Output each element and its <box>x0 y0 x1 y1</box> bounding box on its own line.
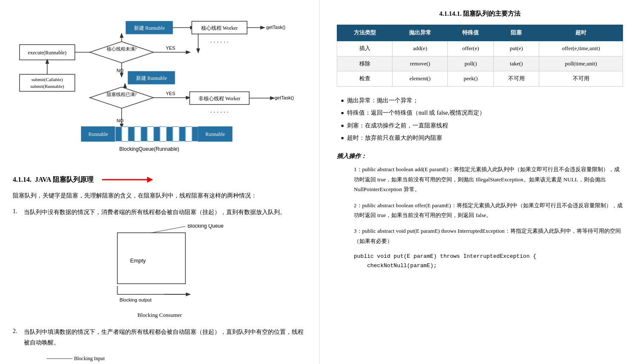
svg-text:非核心线程 Worker: 非核心线程 Worker <box>198 96 240 102</box>
code-line-2: checkNotNull(paramE); <box>354 261 623 271</box>
svg-rect-45 <box>154 127 160 141</box>
section-heading: 4.1.14. JAVA 阻塞队列原理 <box>13 174 307 185</box>
left-panel: execute(Runnable) 核心线程未满? submit(Callabl… <box>0 0 320 364</box>
svg-text:submit(Callable): submit(Callable) <box>31 77 63 82</box>
svg-rect-39 <box>115 127 122 141</box>
item-1-num: 1. <box>13 207 21 216</box>
insert-section-label: 插入操作： <box>337 152 623 161</box>
row-check-timeout: 不可用 <box>539 71 623 87</box>
item-2-content: 当队列中填满数据的情况下，生产者端的所有线程都会被自动阻塞（挂起），直到队列中有… <box>24 327 307 348</box>
svg-text:新建 Runnable: 新建 Runnable <box>134 25 165 31</box>
table-header-row: 方法类型 抛出异常 特殊值 阻塞 超时 <box>337 25 623 41</box>
svg-text:YES: YES <box>165 45 175 51</box>
insert-item-1: 1：public abstract boolean add(E paramE)：… <box>337 164 623 194</box>
row-remove-throw: remove() <box>393 56 448 71</box>
row-insert-type: 插入 <box>337 41 393 56</box>
svg-text:BlockingQueue(Runnable): BlockingQueue(Runnable) <box>119 146 179 152</box>
svg-text:YES: YES <box>165 91 175 96</box>
svg-rect-47 <box>166 127 173 141</box>
insert-item-1-text: 1：public abstract boolean add(E paramE)：… <box>354 164 623 194</box>
row-insert-special: offer(e) <box>448 41 494 56</box>
item-1-content: 当队列中没有数据的情况下，消费者端的所有线程都会被自动阻塞（挂起），直到有数据放… <box>24 207 307 217</box>
row-remove-block: take() <box>494 56 539 71</box>
row-remove-timeout: poll(time,unit) <box>539 56 623 71</box>
svg-text:NO: NO <box>117 68 124 73</box>
row-check-type: 检查 <box>337 71 393 87</box>
insert-item-2-desc: public abstract boolean offer(E paramE)：… <box>354 202 623 218</box>
svg-text:NO: NO <box>117 118 124 123</box>
svg-rect-50 <box>185 127 192 141</box>
header-throw-exception: 抛出异常 <box>393 25 448 41</box>
insert-item-2-num: 2： <box>354 202 362 209</box>
row-check-throw: element() <box>393 71 448 87</box>
blocking-consumer-diagram: Blocking Queue Empty Blocking output Blo… <box>92 224 228 320</box>
svg-text:核心线程未满?: 核心线程未满? <box>106 46 137 51</box>
section-title: JAVA 阻塞队列原理 <box>35 174 94 185</box>
svg-text:Empty: Empty <box>130 257 146 264</box>
blocking-consumer-label: Blocking Consumer <box>92 311 228 320</box>
svg-text:Runnable: Runnable <box>205 131 225 137</box>
table-row-check: 检查 element() peek() 不可用 不可用 <box>337 71 623 87</box>
svg-marker-23 <box>90 87 154 108</box>
svg-rect-46 <box>160 127 166 141</box>
svg-rect-51 <box>192 127 198 141</box>
svg-rect-44 <box>147 127 154 141</box>
insert-item-3-desc: public abstract void put(E paramE) throw… <box>354 228 621 244</box>
row-insert-timeout: offer(e,time,unit) <box>539 41 623 56</box>
svg-text:Blocking Queue: Blocking Queue <box>188 224 224 229</box>
header-method-type: 方法类型 <box>337 25 393 41</box>
svg-text:新建 Runnable: 新建 Runnable <box>136 75 167 81</box>
insert-item-3-num: 3： <box>354 228 362 234</box>
svg-rect-42 <box>134 127 141 141</box>
item-2-num: 2. <box>13 327 21 336</box>
insert-item-3-text: 3：public abstract void put(E paramE) thr… <box>354 226 623 246</box>
insert-item-1-desc: public abstract boolean add(E paramE)：将指… <box>354 166 620 192</box>
bullet-list: 抛出异常：抛出一个异常； 特殊值：返回一个特殊值（null 或 false,视情… <box>341 95 623 143</box>
svg-text:. . . . . .: . . . . . . <box>210 107 228 114</box>
table-title: 4.1.14.1. 阻塞队列的主要方法 <box>337 8 623 19</box>
insert-item-2: 2：public abstract boolean offer(E paramE… <box>337 200 623 220</box>
flowchart-diagram: execute(Runnable) 核心线程未满? submit(Callabl… <box>15 8 304 166</box>
bullet-item-0: 抛出异常：抛出一个异常； <box>341 95 623 106</box>
row-insert-block: put(e) <box>494 41 539 56</box>
row-remove-special: poll() <box>448 56 494 71</box>
insert-item-2-text: 2：public abstract boolean offer(E paramE… <box>354 200 623 220</box>
svg-text:getTask(): getTask() <box>266 25 285 30</box>
svg-text:execute(Runnable): execute(Runnable) <box>28 50 66 56</box>
numbered-item-2: 2. 当队列中填满数据的情况下，生产者端的所有线程都会被自动阻塞（挂起），直到队… <box>13 327 307 348</box>
table-row-insert: 插入 add(e) offer(e) put(e) offer(e,time,u… <box>337 41 623 56</box>
row-check-special: peek() <box>448 71 494 87</box>
intro-text: 阻塞队列，关键字是阻塞，先理解阻塞的含义，在阻塞队列中，线程阻塞有这样的两种情况… <box>13 190 307 201</box>
svg-text:Blocking output: Blocking output <box>119 297 151 302</box>
section-number: 4.1.14. <box>13 174 31 185</box>
svg-rect-48 <box>173 127 179 141</box>
code-line-1: public void put(E paramE) throws Interru… <box>354 252 623 261</box>
table-row-remove: 移除 remove() poll() take() poll(time,unit… <box>337 56 623 71</box>
svg-rect-56 <box>117 233 185 284</box>
row-check-block: 不可用 <box>494 71 539 87</box>
row-remove-type: 移除 <box>337 56 393 71</box>
code-block: public void put(E paramE) throws Interru… <box>354 252 623 271</box>
blocking-input-label: Blocking Input <box>74 355 105 363</box>
svg-marker-3 <box>90 42 154 63</box>
svg-text:核心线程 Worker: 核心线程 Worker <box>200 25 238 31</box>
red-arrow-decoration <box>102 176 153 183</box>
svg-rect-40 <box>122 127 128 141</box>
method-table: 方法类型 抛出异常 特殊值 阻塞 超时 插入 add(e) offer(e) p… <box>337 25 623 87</box>
svg-text:submit(Runnable): submit(Runnable) <box>30 84 64 89</box>
svg-text:Runnable: Runnable <box>88 131 108 137</box>
header-timeout: 超时 <box>539 25 623 41</box>
header-special-value: 特殊值 <box>448 25 494 41</box>
svg-rect-41 <box>128 127 134 141</box>
header-block: 阻塞 <box>494 25 539 41</box>
svg-line-57 <box>151 226 185 233</box>
page-container: execute(Runnable) 核心线程未满? submit(Callabl… <box>0 0 640 364</box>
insert-item-3: 3：public abstract void put(E paramE) thr… <box>337 226 623 246</box>
insert-item-1-num: 1： <box>354 166 362 172</box>
blocking-input-line <box>47 358 72 359</box>
svg-rect-43 <box>141 127 147 141</box>
svg-text:阻塞线程已满?: 阻塞线程已满? <box>106 92 137 97</box>
bullet-item-1: 特殊值：返回一个特殊值（null 或 false,视情况而定） <box>341 107 623 118</box>
bullet-item-3: 超时：放弃前只在最大的时间内阻塞 <box>341 133 623 143</box>
numbered-item-1: 1. 当队列中没有数据的情况下，消费者端的所有线程都会被自动阻塞（挂起），直到有… <box>13 207 307 217</box>
